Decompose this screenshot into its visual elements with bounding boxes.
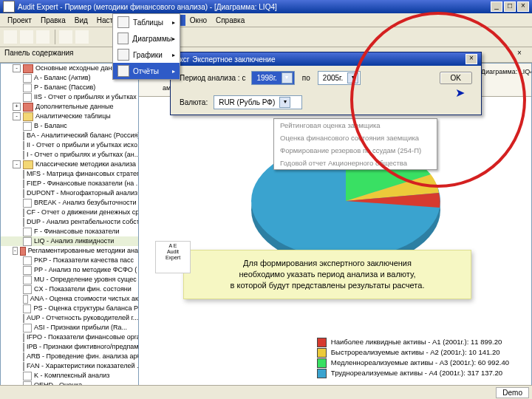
grid-icon[interactable] [143, 82, 155, 94]
ae-logo: A EAuditExpert [155, 241, 191, 273]
cursor-icon: ➤ [455, 86, 465, 100]
dialog-close-icon[interactable]: × [466, 54, 477, 64]
ok-button[interactable]: OK [440, 72, 472, 84]
nav-tree[interactable]: -Основные исходные данныеA - Баланс (Акт… [0, 63, 139, 388]
tb-new-icon[interactable] [3, 30, 18, 44]
tree-item[interactable]: -Регламентированные методики ана [1, 246, 138, 256]
dropdown-tables[interactable]: Таблицы▸ [113, 14, 180, 30]
help-callout: Для формирования экспертного заключения … [183, 250, 471, 299]
dropdown-reports[interactable]: Отчёты▸ [113, 63, 180, 79]
table-icon [117, 16, 129, 28]
menu-view[interactable]: Вид [70, 15, 92, 26]
dropdown-graphs[interactable]: Графики▸ [113, 47, 180, 63]
tree-item[interactable]: -Классические методики анализа [1, 160, 138, 169]
period-label: Период анализа : с [180, 74, 245, 82]
panel-btn1-icon[interactable] [494, 49, 504, 59]
titlebar: Audit Expert - Пример (методики финансов… [0, 0, 532, 13]
submenu-item[interactable]: Рейтинговая оценка заемщика [274, 119, 437, 132]
menu-project[interactable]: Проект [3, 15, 36, 26]
tb-undo-icon[interactable] [58, 30, 73, 44]
tree-item[interactable]: IFPO - Показатели финансовые орга... [1, 332, 138, 342]
tree-item[interactable]: BREAK - Анализ безубыточности [1, 198, 138, 208]
panel-close-icon[interactable]: × [517, 49, 528, 59]
period-to-label: по [302, 74, 310, 82]
tree-item[interactable]: BA - Аналитический баланс (Россия) [1, 131, 138, 140]
submenu-item[interactable]: Годовой отчет Акционерного общества [274, 157, 437, 169]
tree-item[interactable]: ASI - Признаки прибыли (Ra... [1, 323, 138, 332]
dialog-titlebar: Эксг Экспертное заключение × [171, 52, 481, 66]
tree-item[interactable]: IPB - Признаки фиктивного/предпам... [1, 342, 138, 352]
tb-open-icon[interactable] [19, 30, 34, 44]
tree-item[interactable]: DUPONT - Многофакторный анализ п... [1, 188, 138, 198]
tree-item[interactable]: B - Баланс [1, 121, 138, 131]
legend-item: Медленнореализуемые активы - A3 (2001г.)… [317, 358, 509, 368]
menubar: Проект Правка Вид Настройка Результаты О… [0, 13, 532, 27]
tree-item[interactable]: CX - Показатели фин. состояни [1, 284, 138, 294]
tree-item[interactable]: K - Комплексный анализ [1, 371, 138, 381]
tree-item[interactable]: AUP - Отчетность руководителей г... [1, 313, 138, 323]
tree-item[interactable]: P - Баланс (Пассив) [1, 83, 138, 92]
tree-item[interactable]: ANA - Оценка стоимости чистых ак [1, 294, 138, 304]
legend-item: Быстрореализуемые активы - A2 (2001г.): … [317, 347, 509, 358]
tb-save-icon[interactable] [35, 30, 50, 44]
reports-submenu: Рейтинговая оценка заемщикаОценка финанс… [273, 118, 437, 170]
graph-icon [117, 49, 129, 61]
tree-item[interactable]: IIS - Отчет о прибылях и убытках [1, 92, 138, 102]
tree-item[interactable]: I - Отчет о прибылях и убытках (ан... [1, 150, 138, 160]
tree-item[interactable]: PKP - Показатели качества пасс [1, 256, 138, 265]
submenu-item[interactable]: Оценка финансового состояния заемщика [274, 132, 437, 144]
tree-item[interactable]: ARB - Проведение фин. анализа арби [1, 352, 138, 361]
statusbar [0, 385, 532, 399]
legend-item: Труднореализуемые активы - A4 (2001г.): … [317, 368, 509, 378]
minimize-button[interactable]: _ [491, 1, 502, 12]
tree-item[interactable]: PS - Оценка структуры баланса P [1, 304, 138, 313]
legend-item: Наиболее ликвидные активы - A1 (2001г.):… [317, 337, 509, 347]
submenu-item[interactable]: Формирование резервов по ссудам (254-П) [274, 144, 437, 157]
results-dropdown: Таблицы▸ Диаграммы▸ Графики▸ Отчёты▸ [112, 13, 180, 80]
close-button[interactable]: × [517, 1, 529, 12]
menu-edit[interactable]: Правка [36, 15, 70, 26]
chart-legend: Наиболее ликвидные активы - A1 (2001г.):… [317, 337, 509, 378]
panel-btn2-icon[interactable] [505, 49, 516, 59]
tree-item[interactable]: -Аналитические таблицы [1, 112, 138, 121]
tb-redo-icon[interactable] [75, 30, 89, 44]
dialog-title: Экспертное заключение [192, 55, 275, 64]
window-title: Audit Expert - Пример (методики финансов… [18, 3, 489, 11]
tree-item[interactable]: DUP - Анализ рентабельности собст... [1, 217, 138, 227]
tree-item[interactable]: FAN - Характеристики показателей ... [1, 361, 138, 371]
expert-dialog: Эксг Экспертное заключение × Период анал… [170, 52, 482, 115]
tree-item[interactable]: F - Финансовые показатели [1, 227, 138, 236]
menu-window[interactable]: Окно [185, 15, 211, 26]
tree-item[interactable]: II - Отчет о прибыли и убытках исхо... [1, 140, 138, 150]
currency-select[interactable]: RUR (Рубль РФ)▾ [214, 95, 302, 109]
tree-item[interactable]: FIEP - Финансовые показатели (на ... [1, 179, 138, 188]
menu-help[interactable]: Справка [211, 15, 249, 26]
report-icon [117, 65, 129, 77]
app-icon [3, 1, 15, 13]
currency-label: Валюта: [180, 98, 208, 106]
period-to-select[interactable]: 2005г.▾ [318, 71, 361, 85]
maximize-button[interactable]: □ [504, 1, 516, 12]
tree-item[interactable]: PP - Анализ по методике ФСФО ( [1, 265, 138, 275]
demo-badge: Demo [496, 387, 529, 398]
tree-item[interactable]: CF - Отчет о движении денежных ср... [1, 208, 138, 217]
dropdown-charts[interactable]: Диаграммы▸ [113, 30, 180, 47]
chart-icon [117, 33, 129, 44]
tree-item[interactable]: +Дополнительные данные [1, 102, 138, 112]
period-from-select[interactable]: 1998г.▾ [251, 71, 294, 85]
tree-item[interactable]: LIQ - Анализ ликвидности [1, 236, 138, 246]
tree-item[interactable]: MFS - Матрица финансовых стратегий [1, 169, 138, 179]
tree-item[interactable]: MU - Определение уровня сущес [1, 275, 138, 284]
toolbar [0, 27, 532, 47]
